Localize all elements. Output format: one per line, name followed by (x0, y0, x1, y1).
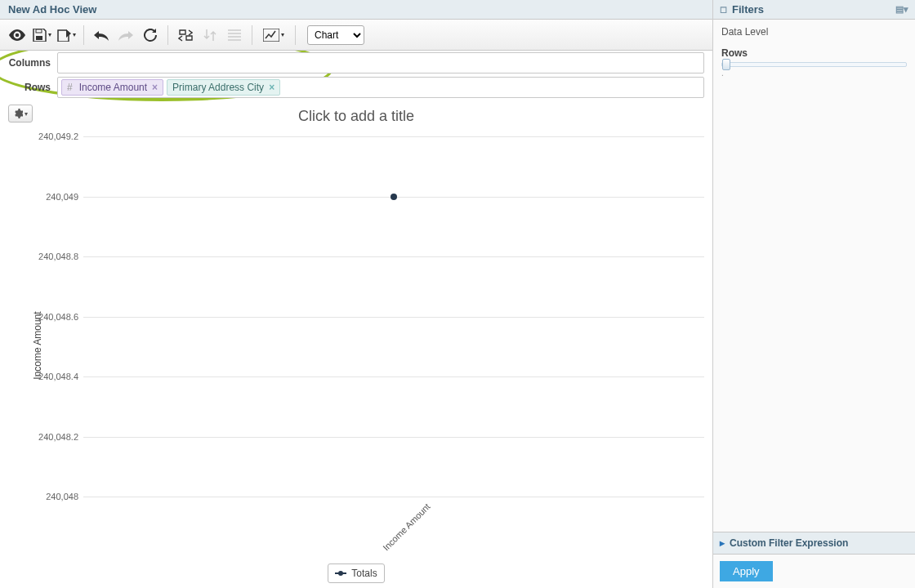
main-panel: New Ad Hoc View ▾ ▾ (0, 0, 713, 588)
rows-chip-primary-address-city[interactable]: Primary Address City × (167, 79, 280, 96)
filters-panel: ◻ Filters ▤▾ Data Level Rows . ▸ Custom … (713, 0, 915, 588)
detail-icon (222, 24, 247, 47)
close-icon[interactable]: × (269, 82, 274, 93)
chevron-right-icon: ▸ (720, 537, 725, 549)
redo-icon (114, 24, 138, 47)
filters-rows-label: Rows (721, 47, 907, 59)
svg-rect-3 (263, 29, 279, 42)
measure-hash-icon: # (67, 82, 73, 93)
cfe-label: Custom Filter Expression (730, 537, 848, 549)
export-icon[interactable]: ▾ (54, 24, 78, 47)
gear-icon (13, 109, 23, 118)
page-title: New Ad Hoc View (0, 0, 712, 20)
custom-filter-expression[interactable]: ▸ Custom Filter Expression (713, 532, 915, 555)
gridline (83, 136, 704, 137)
chip-label: Primary Address City (172, 82, 264, 93)
y-axis-tick: 240,048.2 (29, 432, 78, 442)
gridline (83, 317, 704, 318)
y-axis-tick: 240,049 (29, 192, 78, 202)
y-axis-tick: 240,048.4 (29, 372, 78, 381)
y-axis-tick: 240,048 (29, 492, 78, 501)
legend-label: Totals (351, 568, 377, 579)
save-icon[interactable]: ▾ (29, 24, 54, 47)
slider-min-mark: . (721, 69, 907, 78)
chart-options-button[interactable]: ▾ (8, 105, 33, 122)
expand-icon[interactable]: ◻ (720, 4, 727, 15)
filters-title: Filters (732, 3, 764, 16)
gridline (83, 376, 704, 377)
svg-point-0 (16, 33, 20, 37)
reset-icon[interactable] (138, 24, 163, 47)
rows-shelf[interactable]: Rows # Income Amount × Primary Address C… (0, 75, 712, 100)
slider-thumb[interactable] (722, 59, 730, 70)
undo-icon[interactable] (89, 24, 114, 47)
filters-menu-icon[interactable]: ▤▾ (895, 4, 908, 15)
rows-shelf-label: Rows (0, 82, 57, 93)
pivot-icon[interactable] (173, 24, 198, 47)
chart-title-placeholder[interactable]: Click to add a title (8, 100, 704, 130)
rows-level-slider[interactable] (721, 62, 907, 67)
x-axis-tick: Income Amount (381, 501, 432, 553)
rows-chip-income-amount[interactable]: # Income Amount × (61, 79, 163, 96)
y-axis-tick: 240,049.2 (29, 131, 78, 141)
columns-shelf[interactable]: Columns (0, 51, 712, 75)
columns-dropzone[interactable] (57, 52, 704, 74)
chart-format-icon[interactable]: ▾ (257, 24, 290, 47)
gridline (83, 497, 704, 497)
y-axis-tick: 240,048.8 (29, 252, 78, 261)
gridline (83, 437, 704, 438)
rows-dropzone[interactable]: # Income Amount × Primary Address City × (57, 77, 704, 98)
svg-rect-2 (36, 29, 42, 33)
y-axis-tick: 240,048.6 (29, 312, 78, 322)
gridline (83, 256, 704, 257)
chip-label: Income Amount (79, 82, 147, 93)
apply-button[interactable]: Apply (720, 561, 773, 581)
legend-marker-icon (335, 572, 346, 574)
data-level-label: Data Level (721, 26, 907, 38)
columns-shelf-label: Columns (0, 57, 57, 69)
chart-legend[interactable]: Totals (328, 564, 384, 583)
view-type-select[interactable]: Chart (307, 25, 364, 45)
eye-icon[interactable] (5, 24, 29, 47)
close-icon[interactable]: × (152, 82, 158, 93)
data-point[interactable] (391, 194, 397, 200)
chart-plot[interactable]: 240,048240,048.2240,048.4240,048.6240,04… (83, 136, 704, 497)
toolbar: ▾ ▾ (0, 20, 712, 51)
svg-rect-1 (36, 36, 42, 40)
sort-icon (198, 24, 222, 47)
